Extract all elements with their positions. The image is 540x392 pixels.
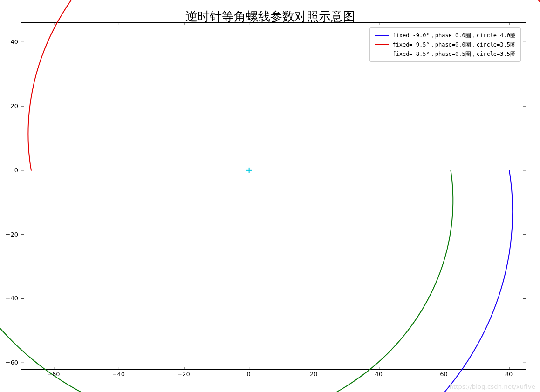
- x-tick-label: 80: [505, 371, 513, 378]
- legend-swatch: [375, 35, 389, 36]
- legend-label: fixed=-9.5°，phase=0.0圈，circle=3.5圈: [392, 40, 516, 49]
- x-tick-label: −20: [177, 371, 190, 378]
- legend-label: fixed=-8.5°，phase=0.5圈，circle=3.5圈: [392, 49, 516, 59]
- y-tick-label: 40: [10, 38, 18, 45]
- x-tick-label: 0: [247, 371, 251, 378]
- legend-entry: fixed=-9.5°，phase=0.0圈，circle=3.5圈: [375, 40, 516, 49]
- plot-canvas: [21, 23, 526, 369]
- x-tick-label: −40: [112, 371, 125, 378]
- x-tick-label: 40: [375, 371, 383, 378]
- legend: fixed=-9.0°，phase=0.0圈，circle=4.0圈 fixed…: [369, 27, 521, 62]
- watermark-text: https://blog.csdn.net/xufive: [450, 383, 535, 390]
- y-tick-label: −20: [6, 230, 18, 237]
- legend-swatch: [375, 44, 389, 45]
- axes: fixed=-9.0°，phase=0.0圈，circle=4.0圈 fixed…: [21, 22, 526, 370]
- legend-entry: fixed=-8.5°，phase=0.5圈，circle=3.5圈: [375, 49, 516, 59]
- figure: 逆时针等角螺线参数对照示意图 fixed=-9.0°，phase=0.0圈，ci…: [0, 0, 540, 392]
- y-tick-label: 0: [14, 166, 18, 173]
- x-tick-label: 20: [310, 371, 318, 378]
- x-tick-label: −60: [47, 371, 60, 378]
- legend-swatch: [375, 54, 389, 54]
- y-tick-label: 20: [10, 102, 18, 109]
- y-tick-label: −60: [6, 359, 18, 366]
- legend-label: fixed=-9.0°，phase=0.0圈，circle=4.0圈: [392, 31, 516, 40]
- y-tick-label: −40: [6, 295, 18, 302]
- legend-entry: fixed=-9.0°，phase=0.0圈，circle=4.0圈: [375, 31, 516, 40]
- x-tick-label: 60: [440, 371, 448, 378]
